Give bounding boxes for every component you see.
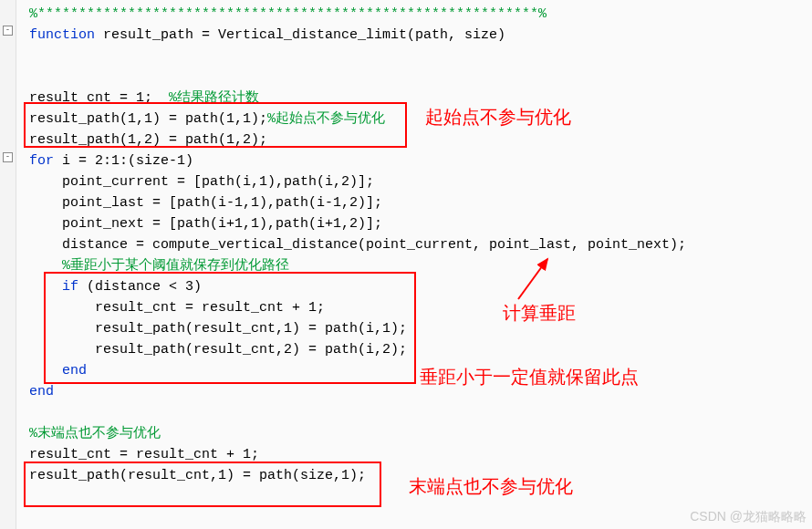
- code-line: %垂距小于某个阈值就保存到优化路径: [29, 255, 812, 276]
- code-text: (distance < 3): [78, 279, 202, 295]
- comment: %***************************************…: [29, 6, 547, 22]
- code-line: result_cnt = result_cnt + 1;: [29, 444, 812, 465]
- code-line: end: [29, 381, 812, 402]
- code-editor[interactable]: %***************************************…: [16, 0, 812, 486]
- code-line: result_path(1,1) = path(1,1);%起始点不参与优化: [29, 109, 812, 130]
- code-line: if (distance < 3): [29, 276, 812, 297]
- keyword-if: if: [29, 279, 78, 295]
- code-line: %末端点也不参与优化: [29, 423, 812, 444]
- code-line: [29, 402, 812, 423]
- editor-gutter: - -: [0, 0, 16, 529]
- watermark: CSDN @龙猫略略略: [690, 509, 807, 525]
- code-text: i = 2:1:(size-1): [54, 153, 193, 169]
- code-line: point_next = [path(i+1,1),path(i+1,2)];: [29, 213, 812, 234]
- comment: %结果路径计数: [169, 90, 259, 106]
- code-line: result_path(result_cnt,1) = path(i,1);: [29, 318, 812, 339]
- code-line: point_last = [path(i-1,1),path(i-1,2)];: [29, 192, 812, 213]
- keyword-function: function: [29, 27, 95, 43]
- code-line: function result_path = Vertical_distance…: [29, 25, 812, 46]
- keyword-end: end: [29, 363, 87, 379]
- keyword-for: for: [29, 153, 54, 169]
- code-line: result_cnt = 1; %结果路径计数: [29, 88, 812, 109]
- code-line: point_current = [path(i,1),path(i,2)];: [29, 171, 812, 192]
- fold-toggle-function[interactable]: -: [3, 26, 13, 36]
- code-text: result_path = Vertical_distance_limit(pa…: [95, 27, 505, 43]
- code-line: end: [29, 360, 812, 381]
- code-line: distance = compute_vertical_distance(poi…: [29, 234, 812, 255]
- code-line: result_cnt = result_cnt + 1;: [29, 297, 812, 318]
- keyword-end: end: [29, 384, 54, 399]
- comment: %垂距小于某个阈值就保存到优化路径: [62, 258, 289, 274]
- code-line: result_path(result_cnt,2) = path(i,2);: [29, 339, 812, 360]
- comment: %起始点不参与优化: [267, 111, 385, 127]
- code-line: for i = 2:1:(size-1): [29, 150, 812, 171]
- code-text: result_cnt = 1;: [29, 90, 169, 106]
- code-text: result_path(1,1) = path(1,1);: [29, 111, 267, 127]
- code-line: %***************************************…: [29, 4, 812, 25]
- code-line: [29, 46, 812, 67]
- code-line: result_path(result_cnt,1) = path(size,1)…: [29, 465, 812, 486]
- fold-toggle-for[interactable]: -: [3, 152, 13, 162]
- code-line: [29, 67, 812, 88]
- comment: %末端点也不参与优化: [29, 426, 161, 441]
- code-line: result_path(1,2) = path(1,2);: [29, 130, 812, 150]
